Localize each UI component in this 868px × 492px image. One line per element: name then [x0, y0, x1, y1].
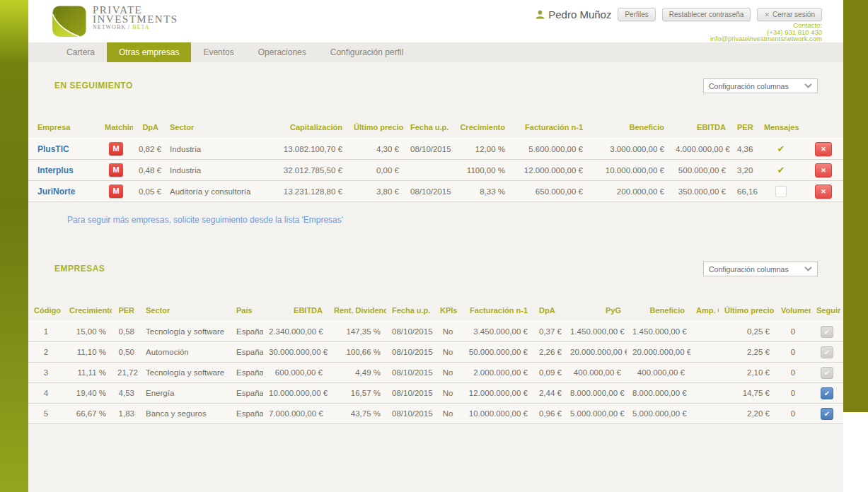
- user-name-label: Pedro Muñoz: [548, 8, 611, 20]
- cell-ultimo_precio: 2,10 €: [719, 363, 775, 383]
- config-columns-label: Configuración columnas: [709, 82, 789, 90]
- cell-crecimiento: 11,11 %: [64, 363, 112, 383]
- cell-pyg: 400.000,00 €: [565, 363, 627, 383]
- seguir-checkbox[interactable]: ✔: [821, 367, 833, 379]
- cell-capitalizacion: 13.082.100,70 €: [272, 139, 348, 160]
- cell-ultimo_precio: 3,80 €: [348, 181, 405, 202]
- column-header-matching: Matching: [99, 117, 133, 139]
- cell-dpa: 2,44 €: [533, 383, 565, 404]
- message-check-icon[interactable]: ✔: [777, 144, 785, 154]
- table-row: 311,11 %21,72Tecnología y softwareEspaña…: [28, 363, 843, 383]
- table-row: InterplusM0,48 €Industria32.012.785,50 €…: [28, 160, 843, 181]
- cell-ultimo_precio: 2,20 €: [719, 404, 775, 424]
- cell-pais: España: [231, 342, 263, 363]
- cell-close: ✕: [804, 160, 843, 181]
- left-gradient-band: [0, 0, 28, 492]
- chevron-down-icon: [804, 266, 812, 271]
- cell-empresa: PlusTIC: [28, 139, 99, 160]
- cell-sector: Energía: [140, 383, 231, 404]
- table-row: 115,00 %0,58Tecnología y softwareEspaña2…: [28, 322, 843, 342]
- tab-cartera[interactable]: Cartera: [54, 42, 107, 62]
- column-header-pais: País: [231, 300, 263, 322]
- cell-sector: Industria: [164, 160, 272, 181]
- cell-volumen: 0: [775, 363, 811, 383]
- company-name-link[interactable]: PlusTIC: [37, 144, 69, 154]
- contact-email[interactable]: info@privateinvestmentsnetwork.com: [710, 35, 822, 42]
- column-header-volumen: Volumen: [775, 300, 811, 322]
- empresas-title: EMPRESAS: [54, 262, 105, 274]
- column-header-codigo: Código: [28, 300, 64, 322]
- matching-badge[interactable]: M: [109, 142, 123, 156]
- restablecer-contrasena-button[interactable]: Restablecer contraseña: [662, 8, 751, 21]
- cell-rent_dividendo: 4,49 %: [328, 363, 386, 383]
- table-row: PlusTICM0,82 €Industria13.082.100,70 €4,…: [28, 139, 843, 160]
- cell-facturacion: 10.000.000,00 €: [461, 404, 533, 424]
- remove-button[interactable]: ✕: [815, 163, 832, 177]
- contact-info: Contacto: (+34) 931 810 430 info@private…: [710, 22, 822, 42]
- tab-bar: CarteraOtras empresasEventosOperacionesC…: [28, 42, 843, 62]
- logo-line2: INVESTMENTS: [93, 15, 178, 24]
- tab-eventos[interactable]: Eventos: [191, 42, 245, 62]
- column-header-ultimo_precio: Último precio: [348, 117, 405, 139]
- column-header-ultimo_precio: Último precio: [719, 300, 775, 322]
- column-header-seguir: Seguir: [811, 300, 843, 322]
- cell-dpa: 0,09 €: [533, 363, 565, 383]
- cell-rent_dividendo: 16,57 %: [328, 383, 386, 404]
- matching-badge[interactable]: M: [109, 163, 123, 177]
- cell-matching: M: [99, 181, 133, 202]
- tab-operaciones[interactable]: Operaciones: [246, 42, 318, 62]
- matching-badge[interactable]: M: [109, 184, 123, 198]
- message-check-icon[interactable]: ✔: [777, 165, 785, 175]
- cell-beneficio: 400.000,00 €: [627, 363, 690, 383]
- config-columns-select-seguimiento[interactable]: Configuración columnas: [703, 78, 818, 93]
- cell-per: 66,16: [731, 181, 758, 202]
- cell-fecha: 08/10/2015: [405, 181, 454, 202]
- cerrar-sesion-button[interactable]: ✕Cerrar sesión: [757, 8, 822, 21]
- cell-sector: Banca y seguros: [140, 404, 231, 424]
- seguir-checkbox[interactable]: ✔: [821, 387, 833, 399]
- cell-crecimiento: 11,10 %: [64, 342, 112, 363]
- message-checkbox[interactable]: [775, 186, 787, 197]
- cell-fecha: 08/10/2015: [386, 322, 434, 342]
- cell-volumen: 0: [775, 383, 811, 404]
- cell-sector: Industria: [164, 139, 272, 160]
- seguir-checkbox[interactable]: ✔: [821, 408, 833, 420]
- cell-seguir: ✔: [811, 383, 843, 404]
- logo-icon: [52, 6, 86, 37]
- cell-crecimiento: 19,40 %: [64, 383, 112, 404]
- cell-per: 4,53: [112, 383, 140, 404]
- column-header-per: PER: [112, 300, 140, 322]
- column-header-facturacion: Facturación n-1: [461, 300, 533, 322]
- cell-rent_dividendo: 147,35 %: [328, 322, 386, 342]
- cell-ultimo_precio: 14,75 €: [719, 383, 775, 404]
- config-columns-select-empresas[interactable]: Configuración columnas: [703, 262, 818, 276]
- tab-otras-empresas[interactable]: Otras empresas: [107, 42, 191, 62]
- seguir-checkbox[interactable]: ✔: [821, 326, 833, 338]
- seguimiento-section-head: EN SEGUIMIENTO Configuración columnas: [54, 78, 818, 93]
- cell-beneficio: 20.000.000,00 €: [627, 342, 690, 363]
- cell-sector: Tecnología y software: [140, 363, 231, 383]
- logo-line3: NETWORK / BETA: [93, 24, 178, 30]
- tab-configuracion-perfil[interactable]: Configuración perfil: [318, 42, 415, 62]
- column-header-per: PER: [731, 117, 758, 139]
- cell-codigo: 3: [28, 363, 64, 383]
- column-header-capitalizacion: Capitalización: [272, 117, 348, 139]
- company-name-link[interactable]: Interplus: [37, 165, 74, 175]
- cell-ultimo_precio: 2,25 €: [719, 342, 775, 363]
- column-header-beneficio: Beneficio: [627, 300, 690, 322]
- cell-ebitda: 2.340.000,00 €: [263, 322, 328, 342]
- seguimiento-table: EmpresaMatchingDpASectorCapitalizaciónÚl…: [28, 117, 843, 202]
- company-name-link[interactable]: JuriNorte: [37, 187, 75, 197]
- cell-fecha: 08/10/2015: [386, 363, 434, 383]
- seguir-checkbox[interactable]: ✔: [821, 346, 833, 358]
- cell-dpa: 0,48 €: [133, 160, 164, 181]
- table-row: JuriNorteM0,05 €Auditoría y consultoría1…: [28, 181, 843, 202]
- perfiles-button[interactable]: Perfiles: [618, 8, 655, 21]
- seguimiento-note: Para seguir más empresas, solicite segui…: [67, 215, 818, 225]
- user-name: Pedro Muñoz: [536, 8, 611, 20]
- logo-text: PRIVATE INVESTMENTS NETWORK / BETA: [93, 6, 178, 30]
- cell-fecha: 08/10/2015: [386, 342, 434, 363]
- content: EN SEGUIMIENTO Configuración columnas Em…: [28, 78, 843, 424]
- remove-button[interactable]: ✕: [815, 142, 832, 156]
- remove-button[interactable]: ✕: [815, 184, 832, 199]
